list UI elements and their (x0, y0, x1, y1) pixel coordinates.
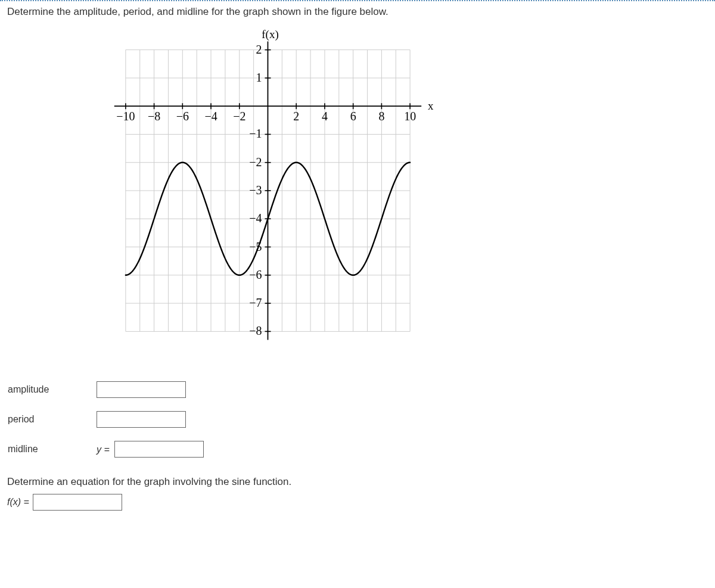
svg-text:−10: −10 (116, 110, 135, 123)
equation-row: f(x) = (7, 494, 708, 511)
svg-text:2: 2 (293, 110, 299, 123)
svg-text:−2: −2 (233, 110, 245, 123)
svg-text:−2: −2 (249, 155, 262, 169)
question-part1: Determine the amplitude, period, and mid… (7, 6, 708, 18)
svg-text:2: 2 (256, 43, 262, 56)
svg-text:x: x (428, 99, 434, 112)
midline-input[interactable] (114, 441, 204, 458)
answer-table: amplitude period midline y = (7, 369, 209, 470)
graph-container: −10−8−6−4−224681021−1−2−3−4−5−6−7−8xf(x) (102, 24, 448, 357)
xy-line-chart: −10−8−6−4−224681021−1−2−3−4−5−6−7−8xf(x) (102, 24, 448, 354)
svg-text:8: 8 (378, 110, 384, 123)
svg-text:−4: −4 (204, 110, 217, 123)
svg-text:−1: −1 (249, 127, 262, 140)
svg-text:−8: −8 (249, 324, 262, 337)
svg-text:4: 4 (322, 110, 328, 123)
svg-text:−7: −7 (249, 296, 262, 309)
fx-input[interactable] (33, 494, 122, 511)
svg-text:−6: −6 (176, 110, 189, 123)
svg-text:−4: −4 (249, 211, 262, 225)
svg-text:−8: −8 (148, 110, 160, 123)
period-input[interactable] (97, 411, 186, 428)
midline-label: midline (7, 440, 96, 458)
svg-text:−3: −3 (249, 183, 262, 197)
svg-text:f(x): f(x) (262, 28, 278, 41)
svg-text:−6: −6 (249, 268, 262, 281)
period-label: period (7, 410, 96, 428)
svg-text:1: 1 (256, 71, 262, 84)
midline-prefix: y = (97, 444, 110, 455)
svg-text:10: 10 (404, 110, 416, 123)
fx-label: f(x) = (7, 497, 29, 508)
svg-text:6: 6 (350, 110, 356, 123)
amplitude-label: amplitude (7, 381, 96, 399)
amplitude-input[interactable] (97, 381, 186, 398)
question-part2: Determine an equation for the graph invo… (7, 476, 708, 488)
